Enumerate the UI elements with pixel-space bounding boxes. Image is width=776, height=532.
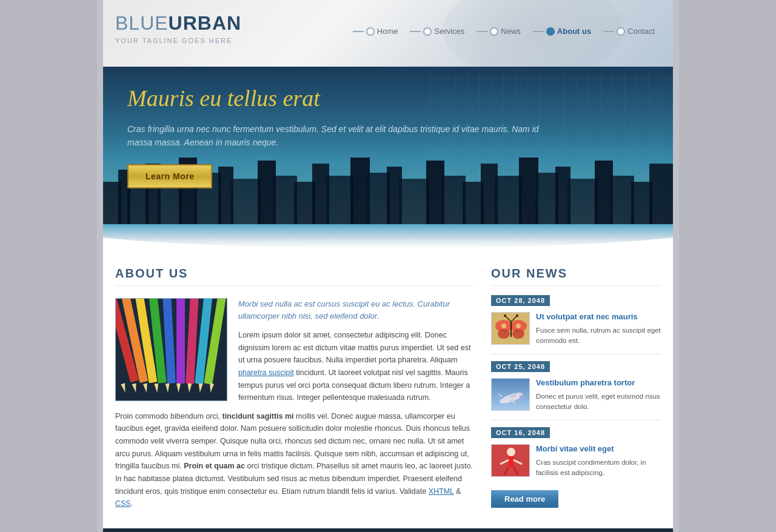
nav-line bbox=[477, 31, 487, 32]
xhtml-link[interactable]: XHTML bbox=[429, 487, 454, 496]
news-date-2: OCT 25, 2048 bbox=[491, 361, 550, 372]
hero-section: Mauris eu tellus erat Cras fringilla urn… bbox=[103, 67, 673, 224]
svg-rect-55 bbox=[510, 322, 512, 337]
header: BLUEURBAN YOUR TAGLINE GOES HERE Home Se… bbox=[103, 0, 673, 67]
svg-point-57 bbox=[516, 324, 521, 328]
svg-rect-26 bbox=[567, 179, 598, 224]
about-image bbox=[115, 298, 227, 401]
nav-label-services: Services bbox=[434, 27, 464, 36]
news-thumb-3 bbox=[491, 444, 530, 477]
svg-rect-28 bbox=[610, 176, 634, 224]
news-thumb-2 bbox=[491, 378, 530, 411]
svg-point-54 bbox=[512, 329, 524, 339]
nav-item-home[interactable]: Home bbox=[347, 24, 404, 38]
svg-rect-37 bbox=[176, 299, 185, 384]
read-more-button[interactable]: Read more bbox=[491, 490, 558, 508]
nav-item-contact[interactable]: Contact bbox=[597, 24, 661, 38]
logo-blue: BLUE bbox=[115, 12, 169, 34]
news-item-text-1: Fusce sem nulla, rutrum ac suscipit eget… bbox=[536, 325, 661, 345]
nav-bullet bbox=[490, 27, 498, 36]
news-item-text-3: Cras suscipit condimentum dolor, in faci… bbox=[536, 457, 661, 477]
bold-text: tincidunt sagittis mi bbox=[222, 412, 293, 421]
news-date-3: OCT 16, 2048 bbox=[491, 427, 550, 438]
news-info-1: Ut volutpat erat nec mauris Fusce sem nu… bbox=[536, 312, 661, 345]
wave-separator bbox=[103, 224, 673, 248]
about-section: ABOUT US bbox=[115, 267, 473, 510]
news-item-title-3: Morbi vitae velit eget bbox=[536, 444, 661, 454]
news-item-1: Ut volutpat erat nec mauris Fusce sem nu… bbox=[491, 312, 661, 345]
nav-line bbox=[533, 31, 544, 32]
nav-bullet-active bbox=[546, 27, 555, 36]
svg-rect-71 bbox=[509, 456, 513, 467]
logo-title: BLUEURBAN bbox=[115, 12, 241, 35]
logo-urban: URBAN bbox=[169, 12, 242, 34]
news-item-3: Morbi vitae velit eget Cras suscipit con… bbox=[491, 444, 661, 477]
news-info-2: Vestibulum pharetra tortor Donec et puru… bbox=[536, 378, 661, 411]
news-section: OUR NEWS OCT 28, 2048 bbox=[491, 267, 661, 510]
news-thumb-1 bbox=[491, 312, 530, 345]
hero-text: Cras fringilla urna nec nunc fermentum v… bbox=[127, 122, 540, 150]
nav-item-about[interactable]: About us bbox=[527, 24, 597, 38]
hero-content: Mauris eu tellus erat Cras fringilla urn… bbox=[127, 85, 540, 188]
svg-rect-30 bbox=[649, 164, 673, 224]
main-nav: Home Services News About us Contact bbox=[347, 24, 661, 38]
nav-bullet bbox=[617, 27, 625, 36]
news-info-3: Morbi vitae velit eget Cras suscipit con… bbox=[536, 444, 661, 477]
css-link[interactable]: CSS bbox=[115, 499, 131, 508]
news-divider-2 bbox=[491, 420, 661, 421]
nav-label-about: About us bbox=[557, 27, 591, 36]
bold-text2: Proin et quam ac bbox=[184, 462, 245, 470]
pharetra-link[interactable]: pharetra suscipit bbox=[238, 368, 294, 377]
learn-more-button[interactable]: Learn More bbox=[127, 164, 212, 188]
news-item-text-2: Donec et purus velit, eget euismod risus… bbox=[536, 391, 661, 411]
nav-item-services[interactable]: Services bbox=[404, 24, 470, 38]
hero-heading: Mauris eu tellus erat bbox=[127, 85, 540, 111]
nav-label-home: Home bbox=[377, 27, 398, 36]
nav-bullet bbox=[366, 27, 375, 36]
nav-bullet bbox=[423, 27, 432, 36]
logo: BLUEURBAN YOUR TAGLINE GOES HERE bbox=[115, 12, 241, 44]
svg-point-60 bbox=[504, 314, 506, 317]
svg-point-53 bbox=[498, 329, 510, 339]
svg-point-56 bbox=[501, 324, 506, 328]
news-item-title-1: Ut volutpat erat nec mauris bbox=[536, 312, 661, 322]
news-item-2: Vestibulum pharetra tortor Donec et puru… bbox=[491, 378, 661, 411]
nav-item-news[interactable]: News bbox=[470, 24, 527, 38]
news-item-title-2: Vestibulum pharetra tortor bbox=[536, 378, 661, 388]
nav-line bbox=[603, 31, 614, 32]
about-title: ABOUT US bbox=[115, 267, 473, 286]
nav-line bbox=[353, 31, 364, 32]
news-date-1: OCT 28, 2048 bbox=[491, 295, 550, 306]
footer-watermark: 访问鸟鸟社区bbs.xieniao.com免费下载更多内容 bbox=[103, 528, 673, 532]
nav-label-contact: Contact bbox=[627, 27, 655, 36]
about-body2: Proin commodo bibendum orci, tincidunt s… bbox=[115, 410, 473, 510]
nav-label-news: News bbox=[501, 27, 521, 36]
svg-rect-29 bbox=[631, 182, 652, 224]
svg-point-61 bbox=[516, 314, 518, 317]
nav-line bbox=[410, 31, 421, 32]
news-divider-1 bbox=[491, 354, 661, 354]
logo-tagline: YOUR TAGLINE GOES HERE bbox=[115, 37, 241, 44]
news-title: OUR NEWS bbox=[491, 267, 661, 286]
main-content: ABOUT US bbox=[103, 248, 673, 528]
svg-point-70 bbox=[507, 448, 515, 456]
about-image-placeholder bbox=[115, 298, 227, 401]
